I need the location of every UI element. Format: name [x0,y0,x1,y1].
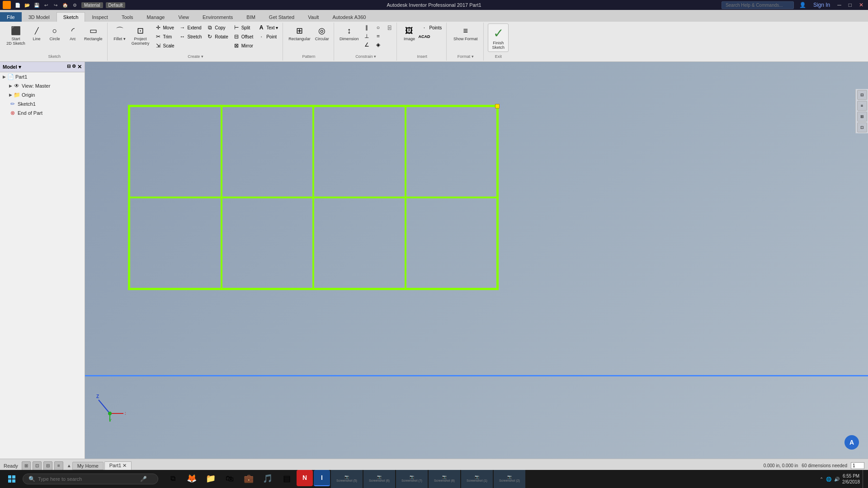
tree-item-sketch1[interactable]: ✏ Sketch1 [0,99,85,108]
default-selector[interactable]: Default [106,2,126,8]
system-clock[interactable]: 6:55 PM 2/6/2018 [842,473,860,485]
qa-home[interactable]: 🏠 [61,1,69,9]
status-value-input[interactable] [851,462,864,469]
sign-in-button[interactable]: Sign In [811,2,832,8]
settings-icon[interactable]: ⚙ [72,64,76,70]
text-button[interactable]: A Text ▾ [256,23,280,32]
file-explorer-button[interactable]: 📁 [202,470,220,488]
expand-part1[interactable]: ▶ [3,75,6,79]
screenshot-1[interactable]: 📷Screenshot (1) [461,470,493,488]
filter-icon[interactable]: ⊟ [67,64,71,70]
acad-button[interactable]: ACAD [419,33,443,41]
constraint-4-button[interactable]: ○ [373,23,383,32]
exit-label[interactable]: Exit [495,53,502,60]
tab-a360[interactable]: Autodesk A360 [326,12,373,22]
split-button[interactable]: ⊢ Split [231,23,255,32]
tree-item-view-master[interactable]: ▶ 👁 View: Master [0,81,85,90]
screenshot-5[interactable]: 📷Screenshot (5) [331,470,363,488]
dimension-button[interactable]: ↕ Dimension [338,23,361,42]
constraint-7-button[interactable]: ⌻ [384,23,395,32]
tree-item-origin[interactable]: ▶ 📁 Origin [0,90,85,99]
help-search-input[interactable] [722,1,794,9]
expand-origin[interactable]: ▶ [9,93,12,97]
rotate-button[interactable]: ↻ Rotate [204,33,230,41]
mirror-button[interactable]: ⊠ Mirror [231,42,255,50]
tray-arrow[interactable]: ⌃ [820,477,823,482]
trim-button[interactable]: ✂ Trim [153,33,176,41]
image-button[interactable]: 🖼 Image [401,23,418,42]
taskview-button[interactable]: ⧉ [164,470,182,488]
qa-open[interactable]: 📂 [23,1,31,9]
volume-icon[interactable]: 🔊 [834,477,840,482]
app-button-7[interactable]: ▤ [278,470,296,488]
circle-button[interactable]: ○ Circle [46,23,63,42]
tab-3dmodel[interactable]: 3D Model [22,12,57,22]
tab-manage[interactable]: Manage [140,12,172,22]
rectangle-button[interactable]: ▭ Rectangle [82,23,104,42]
show-desktop-button[interactable] [863,470,865,488]
create-group-label[interactable]: Create ▾ [188,53,203,60]
tree-item-part1[interactable]: ▶ 📄 Part1 [0,72,85,81]
offset-button[interactable]: ⊟ Offset [231,33,255,41]
rp-button-1[interactable]: ⊟ [857,90,867,100]
rp-button-3[interactable]: ⊞ [857,112,867,122]
rectangular-button[interactable]: ⊞ Rectangular [287,23,312,42]
sb-icon-4[interactable]: ≡ [54,461,63,470]
finish-sketch-button[interactable]: ✓ FinishSketch [488,23,509,52]
fillet-button[interactable]: ⌒ Fillet ▾ [111,23,128,42]
my-home-tab[interactable]: My Home [72,462,104,470]
sketch-area[interactable] [128,105,499,290]
start-2d-sketch-button[interactable]: ⬛ Start2D Sketch [5,23,27,47]
line-button[interactable]: ╱ Line [28,23,45,42]
tab-bim[interactable]: BIM [240,12,262,22]
tab-vault[interactable]: Vault [301,12,326,22]
qa-undo[interactable]: ↩ [42,1,50,9]
tab-tools[interactable]: Tools [115,12,140,22]
start-button[interactable] [3,470,21,488]
tab-environments[interactable]: Environments [196,12,240,22]
project-geometry-button[interactable]: ⊡ ProjectGeometry [129,23,152,47]
circular-pattern-button[interactable]: ◎ Circular [313,23,331,42]
screenshot-2[interactable]: 📷Screenshot (2) [494,470,525,488]
close-button[interactable]: ✕ [857,2,865,8]
constraint-5-button[interactable]: = [373,32,383,40]
sb-icon-3[interactable]: ⊟ [43,461,52,470]
network-icon[interactable]: 🌐 [826,477,831,482]
rp-button-4[interactable]: ⊡ [857,122,867,132]
taskbar-search-bar[interactable]: 🔍 🎤 [23,474,158,484]
screenshot-8[interactable]: 📷Screenshot (8) [429,470,460,488]
store-button[interactable]: 🛍 [221,470,239,488]
inventor-button[interactable]: I [314,470,330,486]
rp-button-2[interactable]: ≡ [857,101,867,111]
qa-settings[interactable]: ⚙ [71,1,79,9]
show-format-button[interactable]: ≡ Show Format [452,23,480,42]
tab-arrow[interactable]: ▲ [67,463,71,468]
tab-getstarted[interactable]: Get Started [262,12,301,22]
qa-new[interactable]: 📄 [14,1,22,9]
tree-item-end-of-part[interactable]: ⊗ End of Part [0,108,85,117]
copy-button[interactable]: ⧉ Copy [204,23,230,32]
arc-button[interactable]: ◜ Arc [64,23,81,42]
extend-button[interactable]: → Extend [177,23,204,32]
app-button-5[interactable]: 💼 [240,470,258,488]
part1-tab[interactable]: Part1 ✕ [104,461,132,470]
point-button[interactable]: · Point [256,33,280,41]
material-selector[interactable]: Material [81,2,103,8]
move-button[interactable]: ✛ Move [153,23,176,32]
taskbar-search-input[interactable] [38,476,137,482]
firefox-button[interactable]: 🦊 [183,470,201,488]
app-button-8[interactable]: N [297,470,313,486]
screenshot-7[interactable]: 📷Screenshot (7) [396,470,428,488]
qa-redo[interactable]: ↪ [52,1,60,9]
screenshot-6[interactable]: 📷Screenshot (6) [363,470,395,488]
constrain-group-label[interactable]: Constrain ▾ [355,53,376,60]
constraint-3-button[interactable]: ∠ [361,41,372,49]
qa-save[interactable]: 💾 [33,1,41,9]
spotify-button[interactable]: 🎵 [259,470,277,488]
minimize-button[interactable]: ─ [835,2,843,8]
stretch-button[interactable]: ↔ Stretch [177,33,204,41]
close-sidebar-icon[interactable]: ✕ [77,64,82,70]
constraint-2-button[interactable]: ⊥ [361,32,372,40]
points-button[interactable]: · Points [419,23,443,32]
tab-inspect[interactable]: Inspect [85,12,114,22]
